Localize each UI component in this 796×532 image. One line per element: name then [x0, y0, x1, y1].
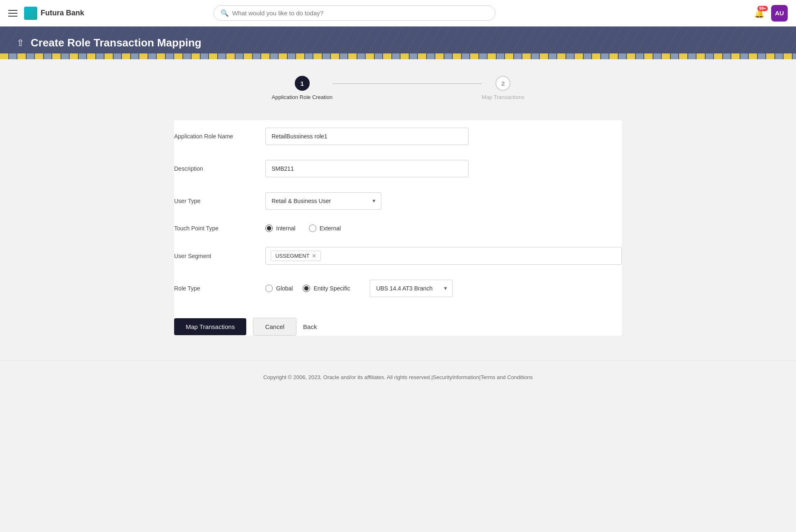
footer-text: Copyright © 2006, 2023, Oracle and/or it…	[263, 374, 533, 380]
touch-point-external-radio[interactable]	[309, 225, 316, 232]
touch-point-internal-label: Internal	[276, 225, 296, 232]
page-footer: Copyright © 2006, 2023, Oracle and/or it…	[0, 360, 796, 394]
cancel-button[interactable]: Cancel	[253, 318, 296, 336]
user-avatar[interactable]: AU	[771, 5, 788, 22]
role-name-label: Application Role Name	[174, 133, 265, 140]
user-type-label: User Type	[174, 198, 265, 204]
user-segment-label: User Segment	[174, 253, 265, 259]
role-type-entity-radio[interactable]	[303, 285, 310, 292]
map-transactions-button[interactable]: Map Transactions	[174, 318, 246, 335]
tag-text: USSEGMENT	[275, 253, 309, 259]
user-type-control: Retail & Business User Corporate User Ad…	[265, 192, 468, 210]
touch-point-internal-radio[interactable]	[265, 225, 273, 232]
step-1: 1 Application Role Creation	[272, 76, 332, 100]
touch-point-external-option[interactable]: External	[309, 225, 341, 232]
role-type-controls: Global Entity Specific UBS 14.4 AT3 Bran…	[265, 280, 453, 297]
brand-logo-icon	[24, 7, 37, 20]
step-1-label: Application Role Creation	[272, 94, 332, 100]
notification-badge: 99+	[757, 6, 768, 11]
step-connector	[332, 83, 482, 84]
search-icon: 🔍	[221, 9, 229, 17]
touch-point-radio-group: Internal External	[265, 225, 468, 232]
step-2-label: Map Transactions	[482, 94, 524, 100]
role-name-row: Application Role Name	[174, 120, 622, 152]
user-type-select-wrapper: Retail & Business User Corporate User Ad…	[265, 192, 381, 210]
step-2-circle: 2	[495, 76, 510, 91]
hamburger-menu[interactable]	[8, 10, 17, 17]
role-type-global-label: Global	[276, 285, 293, 292]
role-type-label: Role Type	[174, 285, 265, 292]
touch-point-row: Touch Point Type Internal External	[174, 217, 622, 239]
brand-name: Futura Bank	[41, 9, 84, 17]
notification-bell[interactable]: 🔔 99+	[754, 8, 764, 18]
step-2: 2 Map Transactions	[482, 76, 524, 100]
form-section: Application Role Name Description User T…	[174, 120, 622, 336]
description-label: Description	[174, 165, 265, 172]
role-type-row: Role Type Global Entity Specific UBS 14.…	[174, 272, 622, 305]
role-name-input[interactable]	[265, 128, 468, 145]
user-segment-row: User Segment USSEGMENT ✕	[174, 239, 622, 272]
page-header-banner: ⇧ Create Role Transaction Mapping	[0, 27, 796, 59]
back-arrow-icon[interactable]: ⇧	[17, 38, 24, 48]
user-type-select[interactable]: Retail & Business User Corporate User Ad…	[265, 192, 381, 210]
description-control	[265, 160, 468, 177]
role-type-entity-label: Entity Specific	[313, 285, 350, 292]
tag-close-icon[interactable]: ✕	[312, 253, 316, 259]
search-bar: 🔍	[214, 5, 495, 21]
entity-select[interactable]: UBS 14.4 AT3 Branch Option 2 Option 3	[370, 280, 453, 297]
touch-point-label: Touch Point Type	[174, 225, 265, 232]
role-name-control	[265, 128, 468, 145]
role-type-entity-option[interactable]: Entity Specific	[303, 285, 350, 292]
page-title: Create Role Transaction Mapping	[31, 36, 201, 49]
step-1-circle: 1	[295, 76, 310, 91]
search-input[interactable]	[232, 10, 488, 17]
button-row: Map Transactions Cancel Back	[174, 318, 622, 336]
role-type-global-radio[interactable]	[265, 285, 273, 292]
back-button[interactable]: Back	[303, 323, 317, 330]
top-navigation: Futura Bank 🔍 🔔 99+ AU	[0, 0, 796, 27]
brand-logo-area[interactable]: Futura Bank	[24, 7, 84, 20]
touch-point-internal-option[interactable]: Internal	[265, 225, 296, 232]
role-type-global-option[interactable]: Global	[265, 285, 293, 292]
nav-right: 🔔 99+ AU	[754, 5, 788, 22]
entity-select-wrapper: UBS 14.4 AT3 Branch Option 2 Option 3 ▼	[370, 280, 453, 297]
description-input[interactable]	[265, 160, 468, 177]
user-segment-tag: USSEGMENT ✕	[271, 251, 321, 261]
main-content: 1 Application Role Creation 2 Map Transa…	[149, 59, 647, 360]
user-type-row: User Type Retail & Business User Corpora…	[174, 185, 622, 217]
stepper: 1 Application Role Creation 2 Map Transa…	[174, 76, 622, 100]
description-row: Description	[174, 152, 622, 185]
touch-point-external-label: External	[320, 225, 341, 232]
touch-point-control: Internal External	[265, 225, 468, 232]
user-segment-tag-input[interactable]: USSEGMENT ✕	[265, 247, 622, 265]
